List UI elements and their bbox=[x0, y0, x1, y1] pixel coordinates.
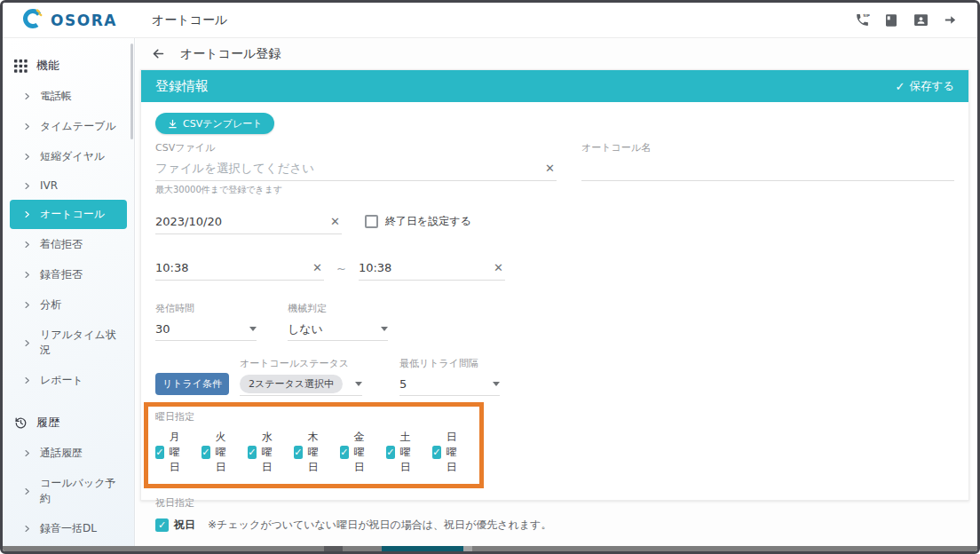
holiday-field: 祝日指定 ✓ 祝日 ※チェックがついていない曜日が祝日の場合は、祝日が優先されま… bbox=[155, 496, 954, 533]
csv-file-label: CSVファイル bbox=[155, 141, 557, 154]
sidebar-section-header: 機能 bbox=[3, 51, 134, 81]
chevron-right-icon bbox=[23, 271, 31, 279]
sidebar-item[interactable]: IVR bbox=[10, 172, 127, 199]
autocall-status-select[interactable]: 2ステータス選択中 bbox=[240, 373, 362, 396]
machine-detection-select[interactable]: しない bbox=[288, 318, 388, 341]
min-retry-field: 最低リトライ間隔 5 bbox=[399, 357, 500, 396]
weekday-checkbox-label: 金曜日 bbox=[354, 430, 375, 475]
sidebar-scrollbar[interactable] bbox=[130, 44, 133, 139]
weekday-checkbox-label: 月曜日 bbox=[170, 430, 190, 475]
weekday-checkbox-label: 木曜日 bbox=[308, 430, 328, 475]
weekday-checkbox[interactable]: ✓日曜日 bbox=[432, 430, 467, 475]
sidebar-item[interactable]: 電話帳 bbox=[10, 82, 127, 111]
sidebar-item[interactable]: 通話履歴 bbox=[10, 439, 127, 468]
sidebar: 機能電話帳タイムテーブル短縮ダイヤルIVRオートコール着信拒否録音拒否分析リアル… bbox=[3, 38, 135, 546]
sidebar-item[interactable]: 着信拒否 bbox=[10, 230, 127, 259]
csv-template-label: CSVテンプレート bbox=[183, 117, 262, 131]
time-to-input[interactable]: 10:38 ✕ bbox=[359, 256, 505, 281]
sidebar-item[interactable]: オートコール bbox=[10, 200, 127, 229]
history-icon bbox=[14, 416, 28, 430]
csv-file-helper: 最大30000件まで登録できます bbox=[155, 184, 557, 196]
weekday-checkbox[interactable]: ✓月曜日 bbox=[155, 430, 190, 475]
chevron-right-icon bbox=[23, 449, 31, 457]
time-from-value: 10:38 bbox=[155, 261, 311, 274]
checkbox-checked[interactable]: ✓ bbox=[294, 446, 303, 459]
chevron-right-icon bbox=[23, 153, 31, 161]
weekday-checkbox[interactable]: ✓金曜日 bbox=[340, 430, 375, 475]
checkbox-checked[interactable]: ✓ bbox=[432, 446, 441, 459]
clear-icon[interactable]: ✕ bbox=[543, 162, 557, 175]
sidebar-item[interactable]: 分析 bbox=[10, 290, 127, 320]
checkbox-checked[interactable]: ✓ bbox=[155, 446, 164, 459]
osora-logo-icon bbox=[22, 8, 43, 33]
clear-icon[interactable]: ✕ bbox=[328, 215, 342, 228]
checkbox-checked[interactable]: ✓ bbox=[202, 446, 210, 459]
registration-form: CSVテンプレート CSVファイル ファイルを選択してください ✕ 最大3000… bbox=[141, 102, 968, 554]
csv-file-input[interactable]: ファイルを選択してください ✕ bbox=[155, 156, 557, 181]
sidebar-item[interactable]: タイムテーブル bbox=[10, 112, 127, 141]
csv-template-button[interactable]: CSVテンプレート bbox=[155, 113, 274, 134]
autocall-name-input[interactable] bbox=[581, 156, 954, 181]
logo[interactable]: OSORA bbox=[3, 8, 136, 33]
call-time-value: 30 bbox=[155, 322, 244, 336]
page-title: オートコール bbox=[152, 12, 227, 28]
sidebar-item[interactable]: コールバック予約 bbox=[10, 469, 127, 513]
sidebar-item-label: 録音一括DL bbox=[40, 521, 97, 536]
weekday-checkbox[interactable]: ✓木曜日 bbox=[294, 430, 328, 475]
checkbox-unchecked[interactable] bbox=[365, 215, 378, 228]
end-date-checkbox[interactable]: 終了日を設定する bbox=[365, 214, 471, 229]
autocall-status-field: オートコールステータス 2ステータス選択中 bbox=[240, 357, 362, 396]
machine-detection-label: 機械判定 bbox=[288, 302, 388, 315]
save-button[interactable]: ✓ 保存する bbox=[896, 79, 955, 94]
weekday-checkbox[interactable]: ✓土曜日 bbox=[386, 430, 421, 475]
csv-file-field: CSVファイル ファイルを選択してください ✕ 最大30000件まで登録できます bbox=[155, 134, 557, 196]
sidebar-item[interactable]: 録音拒否 bbox=[10, 260, 127, 289]
annotation-highlight-box: 曜日指定 ✓月曜日✓火曜日✓水曜日✓木曜日✓金曜日✓土曜日✓日曜日 bbox=[144, 402, 484, 488]
checkbox-checked[interactable]: ✓ bbox=[340, 446, 349, 459]
weekday-checkbox[interactable]: ✓火曜日 bbox=[202, 430, 236, 475]
weekday-checkbox-label: 日曜日 bbox=[447, 430, 467, 475]
checkbox-checked[interactable]: ✓ bbox=[155, 518, 169, 532]
sidebar-item-label: コールバック予約 bbox=[40, 476, 120, 506]
sidebar-item[interactable]: リアルタイム状況 bbox=[10, 321, 127, 365]
checkbox-checked[interactable]: ✓ bbox=[386, 446, 395, 459]
video-progress-bar[interactable] bbox=[3, 546, 977, 551]
sidebar-item-label: リアルタイム状況 bbox=[40, 328, 120, 358]
start-date-input[interactable]: 2023/10/20 ✕ bbox=[155, 210, 342, 234]
back-arrow-icon[interactable] bbox=[151, 46, 166, 61]
chevron-down-icon bbox=[355, 382, 362, 386]
weekday-checkbox-label: 水曜日 bbox=[262, 430, 282, 475]
chevron-right-icon bbox=[23, 182, 31, 190]
weekday-checkbox[interactable]: ✓水曜日 bbox=[248, 430, 282, 475]
min-retry-select[interactable]: 5 bbox=[399, 373, 500, 396]
top-bar: OSORA オートコール SIP bbox=[3, 3, 977, 38]
contact-book-icon[interactable] bbox=[883, 12, 899, 28]
sidebar-item-label: 着信拒否 bbox=[40, 237, 83, 252]
min-retry-label: 最低リトライ間隔 bbox=[399, 357, 500, 370]
autocall-name-label: オートコール名 bbox=[581, 141, 954, 154]
phone-sip-icon[interactable]: SIP bbox=[854, 12, 870, 28]
end-date-checkbox-label: 終了日を設定する bbox=[385, 214, 471, 229]
person-badge-icon[interactable] bbox=[913, 12, 929, 28]
min-retry-value: 5 bbox=[399, 377, 487, 391]
clear-icon[interactable]: ✕ bbox=[311, 261, 324, 274]
check-icon: ✓ bbox=[896, 80, 905, 93]
sidebar-item[interactable]: レポート bbox=[10, 366, 127, 395]
checkbox-checked[interactable]: ✓ bbox=[248, 446, 257, 459]
back-title: オートコール登録 bbox=[180, 46, 281, 62]
card-header: 登録情報 ✓ 保存する bbox=[141, 70, 968, 102]
sidebar-item[interactable]: 録音一括DL bbox=[10, 514, 127, 543]
call-time-select[interactable]: 30 bbox=[155, 318, 257, 341]
holiday-checkbox[interactable]: ✓ 祝日 bbox=[155, 518, 195, 533]
autocall-name-field: オートコール名 bbox=[581, 134, 954, 196]
save-button-label: 保存する bbox=[909, 79, 954, 94]
csv-file-placeholder: ファイルを選択してください bbox=[155, 161, 543, 177]
retry-condition-button[interactable]: リトライ条件 bbox=[155, 373, 229, 395]
sidebar-item-label: 短縮ダイヤル bbox=[40, 149, 105, 164]
time-from-input[interactable]: 10:38 ✕ bbox=[155, 256, 324, 281]
sidebar-item[interactable]: 短縮ダイヤル bbox=[10, 142, 127, 171]
logout-arrow-icon[interactable] bbox=[942, 12, 958, 28]
status-pill: 2ステータス選択中 bbox=[240, 375, 343, 393]
clear-icon[interactable]: ✕ bbox=[492, 261, 505, 274]
holiday-checkbox-label: 祝日 bbox=[174, 518, 195, 533]
